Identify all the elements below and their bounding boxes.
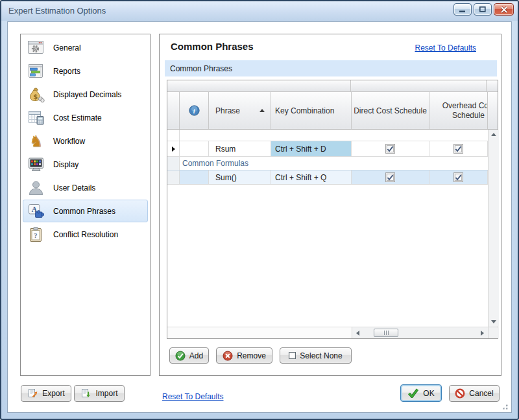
grid-row-sum[interactable]: Sum() Ctrl + Shift + Q: [167, 170, 488, 185]
check-icon: [387, 174, 394, 181]
spreadsheet-calculator-icon: [27, 109, 46, 127]
cell-phrase[interactable]: Sum(): [209, 170, 271, 184]
dialog-window: Expert Estimation Options: [0, 0, 519, 420]
grid-new-row-placeholder[interactable]: [167, 130, 488, 141]
ok-check-icon: [407, 388, 419, 398]
sidebar-item-label: User Details: [53, 183, 95, 192]
sidebar-item-reports[interactable]: Reports: [23, 60, 148, 82]
import-button[interactable]: Import: [74, 385, 125, 402]
maximize-button[interactable]: [474, 3, 492, 16]
window-title: Expert Estimation Options: [8, 6, 106, 16]
grid-group-row-common-formulas[interactable]: Common Formulas: [167, 157, 488, 170]
sidebar-item-label: Reports: [53, 67, 80, 76]
cancel-button[interactable]: Cancel: [449, 385, 500, 402]
check-icon: [387, 146, 394, 152]
checkbox-direct-cost[interactable]: [385, 172, 395, 182]
reset-to-defaults-link-bottom[interactable]: Reset To Defaults: [162, 392, 224, 401]
export-button[interactable]: Export: [21, 385, 71, 402]
user-icon: [27, 179, 46, 197]
grid-row-rsum[interactable]: Rsum Ctrl + Shift + D: [167, 141, 488, 157]
common-phrases-grid: i Phrase Key Combination Direct Cost Sch…: [167, 80, 498, 339]
page-title: Common Phrases: [171, 41, 254, 52]
section-header-label: Common Phrases: [170, 64, 232, 73]
sidebar-item-label: Workflow: [53, 137, 85, 146]
scroll-up-icon[interactable]: [491, 133, 496, 136]
sidebar-item-user-details[interactable]: User Details: [23, 176, 148, 199]
horizontal-scrollbar[interactable]: [352, 327, 488, 338]
cancel-icon: [455, 388, 465, 399]
clipboard-question-icon: ?: [27, 226, 46, 244]
info-column-header[interactable]: i: [180, 92, 209, 129]
cell-overhead-cost-schedule: [429, 141, 488, 156]
info-icon: i: [189, 105, 200, 116]
sidebar-item-workflow[interactable]: ♞ Workflow: [23, 130, 148, 152]
grid-rows: Rsum Ctrl + Shift + D Common Formula: [167, 130, 488, 327]
scroll-right-button[interactable]: [477, 327, 488, 338]
phrase-key-puzzle-icon: A: [27, 202, 46, 220]
remove-icon: [223, 351, 233, 361]
vertical-scrollbar[interactable]: [488, 130, 499, 327]
check-icon: [455, 174, 462, 181]
money-bag-icon: $: [27, 86, 46, 104]
resize-grip-icon[interactable]: [501, 402, 509, 410]
sidebar-item-label: Conflict Resolution: [53, 230, 118, 239]
scroll-down-icon[interactable]: [491, 320, 496, 323]
empty-checkbox-icon: [289, 352, 296, 359]
sidebar-item-common-phrases[interactable]: A Common Phrases: [23, 200, 148, 222]
sidebar-item-cost-estimate[interactable]: Cost Estimate: [23, 106, 148, 129]
checkbox-direct-cost[interactable]: [385, 144, 395, 154]
horizontal-scrollbar-thumb[interactable]: [374, 329, 398, 337]
svg-text:?: ?: [34, 232, 37, 239]
checkbox-overhead-cost[interactable]: [453, 144, 463, 154]
ok-button[interactable]: OK: [400, 384, 442, 402]
maximize-icon: [479, 6, 487, 13]
section-header-bar: Common Phrases: [165, 60, 497, 76]
cell-key-combination[interactable]: Ctrl + Shift + Q: [271, 170, 352, 184]
sort-ascending-icon: [260, 109, 265, 112]
sidebar-item-general[interactable]: General: [23, 36, 148, 59]
select-none-button[interactable]: Select None: [280, 347, 352, 364]
sidebar-item-displayed-decimals[interactable]: $ Displayed Decimals: [23, 83, 148, 106]
grid-column-headers: i Phrase Key Combination Direct Cost Sch…: [167, 92, 498, 130]
remove-button[interactable]: Remove: [216, 347, 272, 364]
column-header-key-combination[interactable]: Key Combination: [271, 92, 352, 129]
minimize-button[interactable]: [453, 3, 472, 16]
add-icon: [175, 351, 186, 361]
main-panel: Common Phrases Reset To Defaults Common …: [159, 34, 501, 376]
checkbox-overhead-cost[interactable]: [453, 172, 463, 182]
row-indicator-column-header: [167, 92, 180, 129]
cell-info[interactable]: [180, 170, 209, 184]
gear-window-icon: [27, 39, 46, 57]
sidebar-item-display[interactable]: Display: [23, 153, 148, 176]
cell-overhead-cost-schedule: [429, 170, 488, 184]
scroll-left-button[interactable]: [352, 327, 363, 338]
sidebar-item-conflict-resolution[interactable]: ? Conflict Resolution: [23, 223, 148, 246]
column-header-direct-cost-schedule[interactable]: Direct Cost Schedule: [352, 92, 429, 129]
cell-direct-cost-schedule: [352, 170, 429, 184]
add-button[interactable]: Add: [169, 347, 209, 364]
reset-to-defaults-link-top[interactable]: Reset To Defaults: [415, 43, 477, 52]
svg-text:$: $: [33, 93, 38, 100]
column-header-overhead-cost-schedule[interactable]: Overhead Cost Schedule: [429, 92, 488, 129]
import-icon: [80, 388, 91, 399]
cell-phrase[interactable]: Rsum: [209, 141, 271, 156]
column-header-phrase[interactable]: Phrase: [209, 92, 271, 129]
group-row-label: Common Formulas: [180, 157, 248, 170]
current-row-arrow-icon: [172, 146, 175, 152]
scroll-left-icon: [356, 331, 359, 336]
monitor-icon: [27, 156, 46, 174]
sidebar-item-label: Common Phrases: [53, 207, 115, 216]
cell-key-combination[interactable]: Ctrl + Shift + D: [271, 141, 352, 156]
minimize-icon: [459, 6, 466, 13]
sidebar-item-label: General: [53, 43, 81, 52]
cell-direct-cost-schedule: [352, 141, 429, 156]
reports-chart-icon: [27, 62, 46, 80]
close-button[interactable]: [494, 3, 514, 16]
current-row-indicator: [167, 141, 180, 156]
cell-info[interactable]: [180, 141, 209, 156]
scroll-right-icon: [481, 331, 484, 336]
close-icon: [500, 6, 508, 13]
sidebar-item-label: Cost Estimate: [53, 113, 102, 122]
titlebar[interactable]: Expert Estimation Options: [1, 1, 518, 21]
sidebar-item-label: Displayed Decimals: [53, 90, 121, 99]
